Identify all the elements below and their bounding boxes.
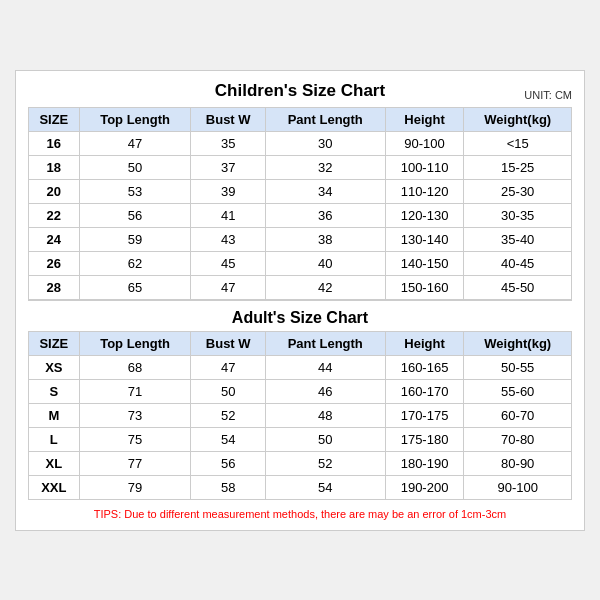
children-title-row: Children's Size Chart UNIT: CM [28, 81, 572, 101]
adult-col-bust-w: Bust W [191, 331, 265, 355]
table-row: 28654742150-16045-50 [29, 275, 572, 300]
table-row: XXL795854190-20090-100 [29, 475, 572, 499]
col-pant-length: Pant Length [265, 107, 385, 131]
table-cell: 47 [79, 131, 191, 155]
table-cell: 68 [79, 355, 191, 379]
table-cell: 40 [265, 251, 385, 275]
table-cell: 44 [265, 355, 385, 379]
table-cell: 25-30 [464, 179, 572, 203]
table-cell: 50 [79, 155, 191, 179]
table-cell: 30 [265, 131, 385, 155]
table-cell: 28 [29, 275, 80, 300]
col-size: SIZE [29, 107, 80, 131]
col-height: Height [385, 107, 464, 131]
children-chart-title: Children's Size Chart [215, 81, 385, 101]
table-cell: 55-60 [464, 379, 572, 403]
table-cell: 43 [191, 227, 265, 251]
adults-header-row: SIZE Top Length Bust W Pant Length Heigh… [29, 331, 572, 355]
table-cell: 75 [79, 427, 191, 451]
table-cell: 52 [191, 403, 265, 427]
table-cell: 47 [191, 355, 265, 379]
table-cell: 45-50 [464, 275, 572, 300]
table-cell: 38 [265, 227, 385, 251]
table-cell: 42 [265, 275, 385, 300]
table-cell: 130-140 [385, 227, 464, 251]
table-cell: 39 [191, 179, 265, 203]
table-cell: 90-100 [464, 475, 572, 499]
adult-col-top-length: Top Length [79, 331, 191, 355]
table-cell: 100-110 [385, 155, 464, 179]
table-cell: 180-190 [385, 451, 464, 475]
table-cell: S [29, 379, 80, 403]
table-cell: 65 [79, 275, 191, 300]
table-cell: 73 [79, 403, 191, 427]
table-cell: 30-35 [464, 203, 572, 227]
col-bust-w: Bust W [191, 107, 265, 131]
table-cell: 190-200 [385, 475, 464, 499]
table-cell: 58 [191, 475, 265, 499]
table-row: S715046160-17055-60 [29, 379, 572, 403]
table-cell: 35 [191, 131, 265, 155]
table-cell: 175-180 [385, 427, 464, 451]
table-cell: 56 [191, 451, 265, 475]
table-cell: XXL [29, 475, 80, 499]
table-cell: 26 [29, 251, 80, 275]
table-row: 18503732100-11015-25 [29, 155, 572, 179]
table-cell: 20 [29, 179, 80, 203]
table-cell: 35-40 [464, 227, 572, 251]
table-cell: 59 [79, 227, 191, 251]
table-cell: 48 [265, 403, 385, 427]
table-row: 22564136120-13030-35 [29, 203, 572, 227]
table-cell: 56 [79, 203, 191, 227]
table-cell: 120-130 [385, 203, 464, 227]
table-cell: 77 [79, 451, 191, 475]
table-row: L755450175-18070-80 [29, 427, 572, 451]
table-cell: 47 [191, 275, 265, 300]
table-cell: 34 [265, 179, 385, 203]
table-cell: M [29, 403, 80, 427]
table-cell: 71 [79, 379, 191, 403]
chart-container: Children's Size Chart UNIT: CM SIZE Top … [15, 70, 585, 531]
table-cell: 150-160 [385, 275, 464, 300]
adult-col-pant-length: Pant Length [265, 331, 385, 355]
table-row: XS684744160-16550-55 [29, 355, 572, 379]
table-cell: <15 [464, 131, 572, 155]
table-cell: 22 [29, 203, 80, 227]
table-cell: 50 [265, 427, 385, 451]
table-cell: 160-165 [385, 355, 464, 379]
adults-chart-title: Adult's Size Chart [29, 300, 572, 332]
table-cell: 36 [265, 203, 385, 227]
table-cell: 45 [191, 251, 265, 275]
table-row: XL775652180-19080-90 [29, 451, 572, 475]
table-cell: 160-170 [385, 379, 464, 403]
table-row: M735248170-17560-70 [29, 403, 572, 427]
table-cell: 52 [265, 451, 385, 475]
table-cell: 24 [29, 227, 80, 251]
table-cell: 40-45 [464, 251, 572, 275]
table-row: 24594338130-14035-40 [29, 227, 572, 251]
table-cell: 54 [265, 475, 385, 499]
table-cell: 37 [191, 155, 265, 179]
table-cell: 15-25 [464, 155, 572, 179]
table-cell: XS [29, 355, 80, 379]
adult-col-weight: Weight(kg) [464, 331, 572, 355]
table-cell: 170-175 [385, 403, 464, 427]
table-cell: 90-100 [385, 131, 464, 155]
table-row: 1647353090-100<15 [29, 131, 572, 155]
table-row: 26624540140-15040-45 [29, 251, 572, 275]
table-cell: 79 [79, 475, 191, 499]
table-cell: 53 [79, 179, 191, 203]
adults-title-row: Adult's Size Chart [29, 300, 572, 332]
unit-label: UNIT: CM [524, 89, 572, 101]
table-cell: L [29, 427, 80, 451]
table-row: 20533934110-12025-30 [29, 179, 572, 203]
col-weight: Weight(kg) [464, 107, 572, 131]
adult-col-size: SIZE [29, 331, 80, 355]
table-cell: 50 [191, 379, 265, 403]
table-cell: 140-150 [385, 251, 464, 275]
tips-text: TIPS: Due to different measurement metho… [28, 508, 572, 520]
table-cell: XL [29, 451, 80, 475]
table-cell: 80-90 [464, 451, 572, 475]
children-table: SIZE Top Length Bust W Pant Length Heigh… [28, 107, 572, 500]
children-header-row: SIZE Top Length Bust W Pant Length Heigh… [29, 107, 572, 131]
